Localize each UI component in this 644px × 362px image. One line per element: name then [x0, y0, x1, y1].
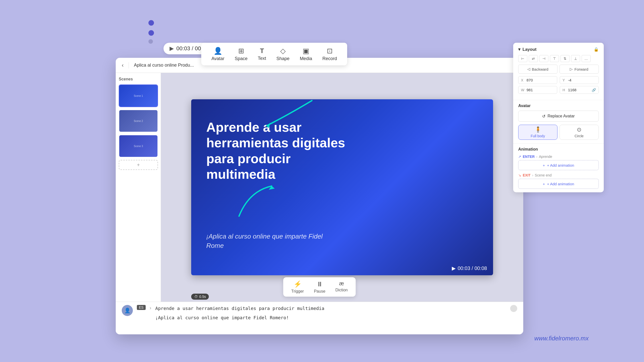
enter-label: ↗ ENTER › Aprende [518, 155, 599, 159]
x-value: 870 [527, 78, 554, 82]
scene-thumb-1[interactable]: Scene 1 [119, 84, 158, 107]
toolbar-avatar[interactable]: 👤 Avatar [208, 45, 227, 63]
diction-label: Diction [335, 288, 348, 292]
script-content: Aprende a usar herramientas digitales pa… [155, 305, 506, 322]
canvas-controls: ⚡ Trigger ⏸ Pause æ Diction [283, 277, 356, 297]
h-field[interactable]: H 1168 🔗 [560, 86, 599, 94]
main-toolbar: 👤 Avatar ⊞ Space T Text ◇ Shape ▣ Media … [201, 43, 347, 65]
timer-badge: ⏱ 0.5s [191, 294, 209, 300]
align-top-btn[interactable]: ⊤ [550, 55, 559, 62]
pause-label: Pause [314, 289, 325, 294]
wh-coords: W 981 H 1168 🔗 [518, 86, 599, 94]
script-line-1: Aprende a usar herramientas digitales pa… [155, 305, 506, 312]
align-center-v-btn[interactable]: ⇅ [560, 55, 570, 62]
trigger-icon: ⚡ [294, 280, 302, 288]
svg-marker-1 [267, 123, 270, 128]
toolbar-text-label: Text [258, 56, 266, 61]
timer-badge-value: 0.5s [199, 295, 206, 299]
animation-section: Animation ↗ ENTER › Aprende + + Add anim… [513, 144, 604, 192]
pause-button[interactable]: ⏸ Pause [314, 280, 325, 294]
w-field[interactable]: W 981 [518, 86, 557, 94]
full-body-button[interactable]: 🧍 Full body [518, 125, 557, 140]
script-avatar: 👤 [122, 305, 133, 316]
divider [129, 62, 129, 68]
add-exit-animation-button[interactable]: + + Add animation [518, 179, 599, 189]
avatar-section: Avatar ↺ Replace Avatar 🧍 Full body ⊙ Ci… [513, 100, 604, 144]
toolbar-space-label: Space [235, 56, 248, 61]
scenes-label: Scenes [119, 77, 158, 81]
layout-expand-icon[interactable]: ▾ [518, 47, 520, 52]
align-left-btn[interactable]: ⊢ [518, 55, 527, 62]
language-badge[interactable]: ES [137, 305, 146, 310]
h-value: 1168 [568, 88, 590, 92]
toolbar-record-label: Record [323, 56, 337, 61]
layout-section: ▾ Layout 🔒 ⊢ ⇄ ⊣ ⊤ ⇅ ⊥ … ◁ Backward ▷ Fo… [513, 43, 604, 100]
add-enter-icon: + [543, 163, 545, 167]
y-value: -4 [568, 78, 596, 82]
add-exit-icon: + [543, 182, 545, 186]
circle-button[interactable]: ⊙ Circle [559, 125, 599, 140]
toolbar-media[interactable]: ▣ Media [297, 45, 315, 63]
forward-button[interactable]: ▷ Forward [559, 65, 599, 74]
toolbar-record[interactable]: ⊡ Record [319, 45, 340, 63]
shape-icon: ◇ [280, 47, 286, 55]
expand-script-icon[interactable]: › [150, 305, 151, 311]
arrow-decoration-enter [234, 176, 279, 221]
align-bottom-btn[interactable]: ⊥ [571, 55, 580, 62]
script-end-marker[interactable] [510, 305, 517, 312]
exit-animation-group: ↘ EXIT › Scene end + + Add animation [518, 173, 599, 189]
text-icon: T [260, 47, 264, 55]
circle-icon: ⊙ [577, 126, 581, 133]
record-icon: ⊡ [327, 47, 333, 55]
xy-coords: X 870 Y -4 [518, 76, 599, 84]
toolbar-avatar-label: Avatar [211, 56, 224, 61]
scenes-panel: Scenes Scene 1 Scene 2 Scene 3 + [116, 73, 161, 302]
decorative-dot-3 [148, 39, 153, 44]
backward-button[interactable]: ◁ Backward [518, 65, 557, 74]
scene-thumb-3[interactable]: Scene 3 [119, 135, 158, 157]
editor-window: ‹ Aplica al curso online Produ... Scenes… [116, 58, 523, 334]
media-icon: ▣ [303, 47, 309, 55]
scene-thumb-2[interactable]: Scene 2 [119, 110, 158, 132]
canvas-time-display: 00:03 / 00:08 [458, 265, 487, 271]
align-controls: ⊢ ⇄ ⊣ ⊤ ⇅ ⊥ … [518, 55, 599, 62]
space-icon: ⊞ [238, 47, 244, 55]
w-value: 981 [527, 88, 554, 92]
scene-bg-3: Scene 3 [119, 135, 157, 157]
x-field[interactable]: X 870 [518, 76, 557, 84]
aspect-lock-icon[interactable]: 🔗 [592, 88, 596, 92]
decorative-dot-2 [148, 30, 154, 36]
script-line-2: ¡Aplica al curso online que imparte Fide… [155, 314, 506, 322]
diction-button[interactable]: æ Diction [335, 280, 348, 294]
replace-icon: ↺ [542, 114, 545, 119]
scene-bg-2: Scene 2 [119, 110, 157, 132]
diction-icon: æ [339, 280, 344, 287]
animation-title: Animation [518, 147, 599, 152]
decorative-dot-1 [148, 20, 154, 26]
exit-arrow-icon: ↘ [518, 173, 521, 177]
play-icon[interactable]: ▶ [170, 45, 174, 52]
y-field[interactable]: Y -4 [560, 76, 599, 84]
avatar-section-title: Avatar [518, 104, 599, 108]
toolbar-shape[interactable]: ◇ Shape [273, 45, 293, 63]
trigger-button[interactable]: ⚡ Trigger [291, 280, 304, 294]
back-button[interactable]: ‹ [122, 62, 124, 69]
align-more-btn[interactable]: … [582, 55, 591, 62]
enter-animation-group: ↗ ENTER › Aprende + + Add animation [518, 155, 599, 170]
toolbar-text[interactable]: T Text [255, 45, 269, 63]
full-body-icon: 🧍 [535, 126, 541, 133]
align-center-h-btn[interactable]: ⇄ [529, 55, 538, 62]
toolbar-space[interactable]: ⊞ Space [232, 45, 251, 63]
canvas-timer: ▶ 00:03 / 00:08 [452, 265, 487, 271]
add-scene-button[interactable]: + [119, 160, 158, 170]
add-enter-animation-button[interactable]: + + Add animation [518, 160, 599, 170]
layout-title: ▾ Layout [518, 47, 537, 52]
toolbar-media-label: Media [300, 56, 312, 61]
replace-avatar-button[interactable]: ↺ Replace Avatar [518, 111, 599, 122]
scene-bg-1: Scene 1 [119, 85, 157, 107]
layout-lock-icon[interactable]: 🔒 [594, 47, 599, 52]
trigger-label: Trigger [291, 289, 304, 294]
backward-icon: ◁ [527, 67, 530, 71]
align-right-btn[interactable]: ⊣ [539, 55, 548, 62]
enter-arrow-icon: ↗ [518, 155, 521, 159]
